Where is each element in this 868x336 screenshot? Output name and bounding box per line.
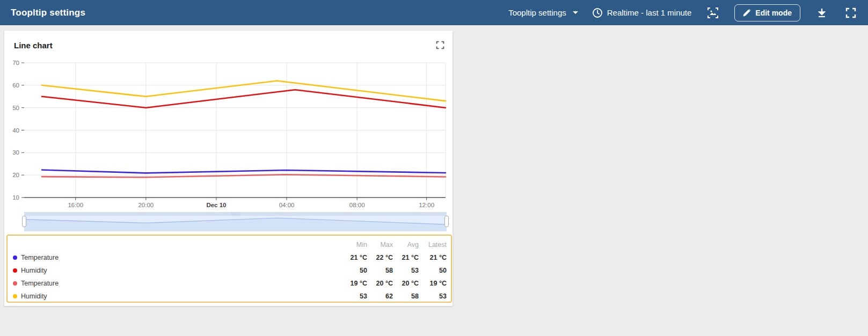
slider-handle-left[interactable] xyxy=(22,216,26,227)
legend-value: 53 xyxy=(419,293,447,300)
legend-value: 58 xyxy=(367,267,393,274)
download-button[interactable] xyxy=(814,5,829,20)
series-color-dot xyxy=(13,281,17,286)
legend-value: 20 °C xyxy=(393,280,419,287)
series-name: Humidity xyxy=(21,293,47,300)
legend-value: 19 °C xyxy=(341,280,367,287)
legend-value: 21 °C xyxy=(393,254,419,261)
svg-text:60: 60 xyxy=(12,82,19,89)
legend-col-latest: Latest xyxy=(419,241,447,249)
svg-text:40: 40 xyxy=(12,127,19,134)
time-range-slider[interactable] xyxy=(24,212,447,231)
svg-text:10: 10 xyxy=(12,194,19,201)
series-color-dot xyxy=(13,294,17,298)
series-name: Humidity xyxy=(21,267,47,274)
slider-handle-right[interactable] xyxy=(444,216,449,227)
legend-value: 20 °C xyxy=(367,280,393,287)
edit-mode-label: Edit mode xyxy=(755,9,792,17)
legend-row: Humidity53625853 xyxy=(13,290,447,303)
legend-row: Humidity50585350 xyxy=(13,264,447,277)
toolbar-actions: Toopltip settings Realtime - last 1 minu… xyxy=(508,4,858,21)
legend-value: 53 xyxy=(341,293,367,300)
series-color-dot xyxy=(13,268,17,273)
legend-value: 21 °C xyxy=(341,254,367,261)
legend-value: 62 xyxy=(367,293,393,300)
fullscreen-icon xyxy=(845,8,856,18)
dashboard-toolbar: Toopltip settings Toopltip settings Real… xyxy=(0,0,868,25)
svg-text:04:00: 04:00 xyxy=(279,202,295,208)
chevron-down-icon xyxy=(573,11,578,14)
legend-series-toggle[interactable]: Temperature xyxy=(13,254,341,261)
legend-col-max: Max xyxy=(367,241,393,249)
svg-text:16:00: 16:00 xyxy=(68,202,83,208)
series-color-dot xyxy=(13,255,17,260)
legend-value: 19 °C xyxy=(419,280,447,287)
legend-header-row: MinMaxAvgLatest xyxy=(13,238,447,251)
dashboard-title: Toopltip settings xyxy=(11,8,85,18)
series-name: Temperature xyxy=(21,280,59,287)
legend-value: 50 xyxy=(341,267,367,274)
slider-grip[interactable] xyxy=(231,212,240,216)
timewindow-button[interactable]: Realtime - last 1 minute xyxy=(592,8,692,18)
timewindow-label: Realtime - last 1 minute xyxy=(607,8,692,17)
svg-text:50: 50 xyxy=(12,105,19,111)
legend-row: Temperature19 °C20 °C20 °C19 °C xyxy=(13,277,447,290)
legend-table: MinMaxAvgLatestTemperature21 °C22 °C21 °… xyxy=(6,235,452,303)
dashboard-select[interactable]: Toopltip settings xyxy=(508,8,578,17)
legend-series-toggle[interactable]: Humidity xyxy=(13,267,341,274)
widget-title: Line chart xyxy=(14,41,53,50)
pencil-icon xyxy=(743,9,751,17)
svg-text:20:00: 20:00 xyxy=(138,202,154,208)
svg-text:12:00: 12:00 xyxy=(419,202,434,208)
legend-value: 50 xyxy=(419,267,447,274)
legend-series-toggle[interactable]: Temperature xyxy=(13,280,341,287)
legend-row: Temperature21 °C22 °C21 °C21 °C xyxy=(13,251,447,264)
legend-value: 53 xyxy=(393,267,419,274)
svg-text:20: 20 xyxy=(12,172,19,178)
legend-value: 22 °C xyxy=(367,254,393,261)
fullscreen-button[interactable] xyxy=(843,5,858,20)
dashboard-select-label: Toopltip settings xyxy=(508,8,566,17)
svg-text:Dec 10: Dec 10 xyxy=(206,202,226,208)
legend-series-toggle[interactable]: Humidity xyxy=(13,293,341,300)
screenshot-button[interactable] xyxy=(705,5,720,20)
series-name: Temperature xyxy=(21,254,59,261)
legend-value: 58 xyxy=(393,293,419,300)
line-chart-widget: Line chart 1020304050607016:0020:00Dec 1… xyxy=(4,31,453,306)
legend-col-avg: Avg xyxy=(393,241,419,249)
download-icon xyxy=(816,8,827,18)
expand-icon xyxy=(436,41,444,49)
svg-text:08:00: 08:00 xyxy=(349,202,365,208)
clock-icon xyxy=(592,8,603,18)
svg-text:30: 30 xyxy=(12,149,19,156)
widget-expand-button[interactable] xyxy=(434,39,446,51)
legend-col-min: Min xyxy=(341,241,367,249)
edit-mode-button[interactable]: Edit mode xyxy=(734,4,800,21)
line-chart-canvas[interactable]: 1020304050607016:0020:00Dec 1004:0008:00… xyxy=(4,59,453,210)
svg-text:70: 70 xyxy=(12,60,19,66)
screenshot-icon xyxy=(707,7,719,19)
legend-value: 21 °C xyxy=(419,254,447,261)
